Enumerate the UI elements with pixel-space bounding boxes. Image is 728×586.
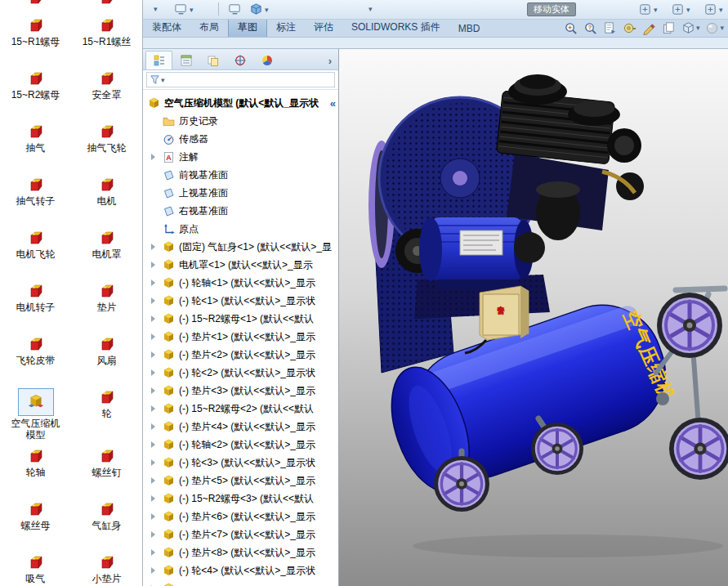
tree-component-row[interactable]: (-) 垫片<5> (默认<<默认>_显示: [143, 472, 338, 490]
tree-component-row-partial[interactable]: [143, 579, 338, 586]
file-item[interactable]: 气缸身: [71, 497, 142, 548]
tab-featuremanager[interactable]: [145, 51, 172, 69]
file-item[interactable]: 15~R2螺母: [0, 66, 71, 117]
tab-propertymanager[interactable]: [172, 51, 199, 69]
tree-component-row[interactable]: (-) 轮轴<1> (默认<<默认>_显示: [143, 274, 338, 292]
tab-dimxpertmanager[interactable]: [226, 51, 253, 69]
file-item[interactable]: 电机: [71, 172, 142, 223]
sheets-icon[interactable]: [662, 21, 676, 35]
file-item[interactable]: 15~R1螺母: [0, 13, 71, 64]
tree-component-row[interactable]: 电机罩<1> (默认<<默认>_显示: [143, 256, 338, 274]
expand-arrow-icon[interactable]: [151, 387, 163, 394]
dropdown-caret-icon[interactable]: [368, 2, 376, 16]
appearance-icon[interactable]: [705, 21, 724, 35]
file-item[interactable]: 抽气飞轮: [71, 119, 142, 170]
dropdown-caret-icon[interactable]: [653, 3, 661, 16]
screen-capture-icon[interactable]: [228, 2, 242, 16]
tree-component-row[interactable]: (-) 轮<3> (默认<<默认>_显示状: [143, 454, 338, 472]
sketch-pencil-icon[interactable]: [642, 21, 656, 35]
tree-component-row[interactable]: (-) 垫片<2> (默认<<默认>_显示: [143, 346, 338, 364]
file-item[interactable]: 螺丝母: [0, 497, 71, 548]
view-orientation-icon[interactable]: [681, 21, 700, 35]
file-item[interactable]: 吸气: [0, 550, 71, 586]
file-item[interactable]: 小垫片: [71, 550, 142, 586]
expand-arrow-icon[interactable]: [151, 262, 163, 268]
file-item[interactable]: 电机飞轮: [0, 226, 71, 276]
tree-row-annotations[interactable]: 注解: [143, 148, 338, 166]
file-item[interactable]: 抽气: [0, 119, 71, 170]
tree-component-row[interactable]: (-) 15~R2螺母<1> (默认<<默认: [143, 310, 338, 328]
dropdown-caret-icon[interactable]: [189, 3, 197, 16]
expand-arrow-icon[interactable]: [151, 459, 163, 466]
expand-arrow-icon[interactable]: [151, 477, 163, 484]
tree-component-row[interactable]: (固定) 气缸身<1> (默认<<默认>_显: [143, 238, 338, 256]
expand-arrow-icon[interactable]: [151, 513, 163, 520]
flyout-arrow-icon[interactable]: ›: [324, 55, 336, 69]
expand-arrow-icon[interactable]: [151, 351, 163, 358]
display-style-icon[interactable]: [174, 2, 188, 16]
file-item[interactable]: 电机转子: [0, 279, 71, 329]
file-item[interactable]: 飞轮皮带: [0, 332, 71, 382]
collapse-panel-icon[interactable]: «: [330, 97, 338, 110]
tree-row-right-plane[interactable]: 右视基准面: [143, 202, 338, 220]
tree-component-row[interactable]: (-) 垫片<6> (默认<<默认>_显示: [143, 508, 338, 526]
file-item[interactable]: 螺丝钉: [71, 444, 142, 494]
expand-arrow-icon[interactable]: [151, 297, 163, 304]
tree-component-row[interactable]: (-) 15~R2螺母<3> (默认<<默认: [143, 490, 338, 508]
ribbon-tab[interactable]: 草图: [228, 17, 267, 37]
tree-component-row[interactable]: (-) 轮轴<2> (默认<<默认>_显示: [143, 436, 338, 454]
tree-component-row[interactable]: (-) 垫片<4> (默认<<默认>_显示: [143, 418, 338, 436]
primitive-cube-icon[interactable]: [249, 2, 263, 16]
expand-arrow-icon[interactable]: [151, 280, 163, 286]
tree-component-row[interactable]: (-) 垫片<8> (默认<<默认>_显示: [143, 544, 338, 561]
dropdown-caret-icon[interactable]: [686, 3, 694, 16]
expand-arrow-icon[interactable]: [151, 369, 163, 376]
tab-displaymanager[interactable]: [253, 51, 280, 69]
tree-component-row[interactable]: (-) 垫片<7> (默认<<默认>_显示: [143, 526, 338, 544]
ribbon-tab[interactable]: 评估: [305, 18, 342, 37]
tab-configurationmanager[interactable]: [199, 51, 226, 69]
tree-row-top-plane[interactable]: 上视基准面: [143, 184, 338, 202]
expand-arrow-icon[interactable]: [151, 315, 163, 322]
expand-arrow-icon[interactable]: [151, 495, 163, 502]
viewport-3d-scene[interactable]: 空气压缩机 安全警告: [339, 49, 728, 586]
expand-arrow-icon[interactable]: [151, 531, 163, 538]
convert-tool-icon[interactable]: [671, 2, 685, 16]
file-item[interactable]: 15~R1螺丝: [71, 13, 142, 64]
ribbon-tab[interactable]: MBD: [449, 20, 489, 37]
file-item[interactable]: 空气压缩机模型: [0, 385, 71, 441]
expand-arrow-icon[interactable]: [151, 244, 163, 250]
expand-arrow-icon[interactable]: [151, 423, 163, 430]
dropdown-caret-icon[interactable]: [718, 3, 726, 16]
expand-arrow-icon[interactable]: [151, 441, 163, 448]
tree-row-front-plane[interactable]: 前视基准面: [143, 166, 338, 184]
file-item[interactable]: 电机罩: [71, 226, 142, 276]
measure-icon[interactable]: [623, 21, 636, 35]
zoom-help-icon[interactable]: [583, 21, 597, 35]
tree-row-sensors[interactable]: 传感器: [143, 130, 338, 148]
tree-row-history[interactable]: 历史记录: [143, 112, 338, 130]
file-item[interactable]: 轮轴: [0, 444, 71, 494]
expand-arrow-icon[interactable]: [151, 333, 163, 340]
document-preview-icon[interactable]: [603, 21, 617, 35]
tree-component-row[interactable]: (-) 轮<2> (默认<<默认>_显示状: [143, 364, 338, 382]
graphics-viewport[interactable]: 空气压缩机 安全警告: [339, 49, 728, 586]
expand-arrow-icon[interactable]: [151, 567, 163, 574]
file-item[interactable]: 风扇: [71, 332, 142, 382]
tree-component-row[interactable]: (-) 轮<1> (默认<<默认>_显示状: [143, 292, 338, 310]
offset-tool-icon[interactable]: [703, 2, 717, 16]
tree-component-row[interactable]: (-) 15~R2螺母<2> (默认<<默认: [143, 400, 338, 418]
ribbon-tab[interactable]: 标注: [267, 18, 305, 37]
tree-root-row[interactable]: 空气压缩机模型 (默认<默认_显示状 «: [143, 94, 338, 112]
file-item[interactable]: 安全罩: [71, 66, 142, 117]
file-item[interactable]: 轮: [71, 385, 142, 441]
expand-arrow-icon[interactable]: [151, 549, 163, 556]
ribbon-tab[interactable]: 布局: [190, 18, 228, 37]
dropdown-caret-icon[interactable]: [264, 3, 272, 16]
file-item[interactable]: 抽气转子: [0, 172, 71, 223]
expand-arrow-icon[interactable]: [151, 154, 163, 160]
tree-filter-input[interactable]: [146, 72, 335, 87]
expand-arrow-icon[interactable]: [151, 405, 163, 412]
zoom-in-icon[interactable]: [564, 21, 578, 35]
tree-component-row[interactable]: (-) 轮<4> (默认<<默认>_显示状: [143, 561, 338, 579]
